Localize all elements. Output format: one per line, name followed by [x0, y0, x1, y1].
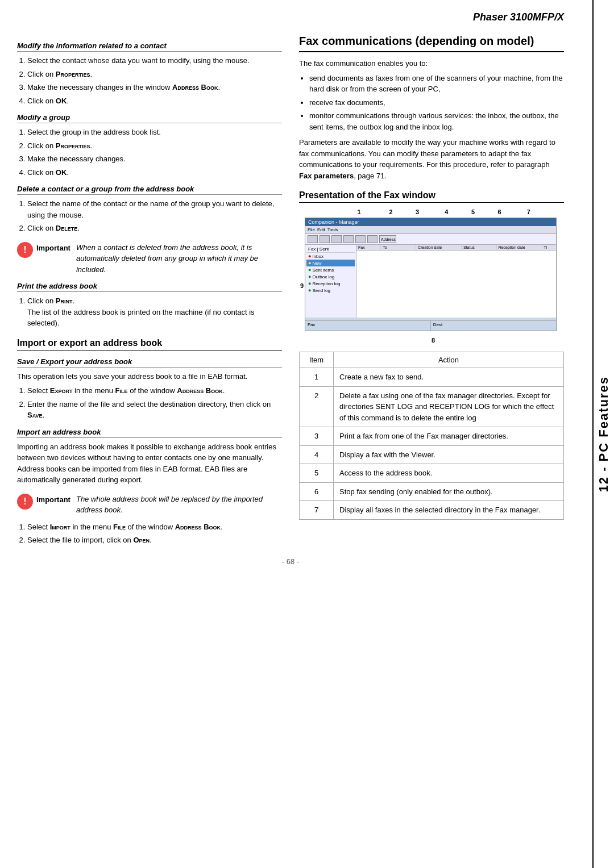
num-6: 6 — [498, 208, 501, 215]
list-item: Click on Properties. — [27, 69, 282, 80]
num-1: 1 — [358, 208, 361, 215]
save-export-steps: Select Export in the menu File of the wi… — [27, 385, 282, 421]
right-column: Fax communications (depending on model) … — [299, 35, 564, 550]
sidebar-new-label: New — [312, 261, 321, 266]
fax-action-table: Item Action 1Create a new fax to send.2D… — [299, 352, 564, 520]
sendlog-icon: ● — [308, 287, 311, 293]
side-tab: 12 - PC Features — [592, 0, 614, 868]
fax-params-text: Parameters are available to modify the w… — [299, 137, 564, 181]
list-item: Click on Delete. — [27, 223, 282, 234]
table-cell-action: Display a fax with the Viewer. — [334, 445, 564, 464]
sidebar-item-reception[interactable]: ● Reception log — [306, 280, 355, 287]
list-item: Select the file to import, click on Open… — [27, 535, 282, 546]
list-item: send documents as faxes from one of the … — [309, 73, 564, 95]
fax-intro: The fax communication enables you to: — [299, 58, 564, 69]
important-box-import: ! Important The whole address book will … — [17, 491, 282, 516]
list-item: Make the necessary changes. — [27, 153, 282, 165]
list-item: Click on OK. — [27, 95, 282, 107]
delete-steps: Select the name of the contact or the na… — [27, 198, 282, 234]
list-item: Click on Print.The list of the address b… — [27, 295, 282, 329]
sidebar-item-inbox[interactable]: ● Inbox — [306, 253, 355, 260]
sidebar-item-new[interactable]: ● New — [306, 260, 355, 266]
fax-bullets: send documents as faxes from one of the … — [309, 73, 564, 133]
sidebar-outbox-label: Outbox log — [312, 274, 334, 279]
important-label: Important — [36, 244, 70, 252]
sent-icon: ● — [308, 267, 311, 273]
fax-column-headers: Fax To Creation date Status Reception da… — [356, 245, 556, 251]
col-fax: Fax — [356, 245, 381, 250]
sidebar-sent-label: Sent items — [312, 268, 334, 273]
col-reception: Reception date — [497, 245, 542, 250]
table-cell-item: 7 — [300, 501, 334, 520]
right-main-title: Fax communications (depending on model) — [299, 35, 564, 52]
page-header: Phaser 3100MFP/X — [17, 11, 564, 26]
num-3: 3 — [416, 208, 419, 215]
fax-toolbar: Address — [305, 234, 556, 245]
table-header-action: Action — [334, 352, 564, 368]
page-title: Phaser 3100MFP/X — [473, 11, 564, 23]
important-label-import: Important — [36, 495, 70, 504]
toolbar-btn-5[interactable] — [355, 235, 366, 243]
sidebar-sendlog-label: Send log — [312, 288, 330, 293]
section-import-export-title: Import or export an address book — [17, 338, 282, 350]
table-cell-action: Display all faxes in the selected direct… — [334, 501, 564, 520]
menu-tools: Tools — [327, 227, 338, 232]
list-item: Select the contact whose data you want t… — [27, 55, 282, 66]
table-cell-item: 4 — [300, 445, 334, 464]
list-item: Select Export in the menu File of the wi… — [27, 385, 282, 397]
sidebar-item-sendlog[interactable]: ● Send log — [306, 287, 355, 294]
section-modify-contact-title: Modify the information related to a cont… — [17, 41, 282, 52]
sidebar-item-outbox[interactable]: ● Outbox log — [306, 273, 355, 280]
toolbar-btn-2[interactable] — [320, 235, 330, 243]
section-save-export-title: Save / Export your address book — [17, 357, 282, 368]
table-row: 2Delete a fax using one of the fax manag… — [300, 386, 564, 427]
important-text-import: The whole address book will be replaced … — [76, 494, 282, 516]
print-steps: Click on Print.The list of the address b… — [27, 295, 282, 329]
important-box-delete: ! Important When a contact is deleted fr… — [17, 240, 282, 276]
sidebar-fax: Fax | Sent — [306, 246, 355, 253]
num-5: 5 — [471, 208, 475, 215]
toolbar-btn-3[interactable] — [331, 235, 342, 243]
page-number: - 68 - — [17, 557, 564, 566]
toolbar-btn-6[interactable] — [367, 235, 377, 243]
toolbar-btn-4[interactable] — [343, 235, 354, 243]
col-ti: Ti — [542, 245, 556, 250]
num-2: 2 — [389, 208, 392, 215]
col-status: Status — [462, 245, 497, 250]
table-cell-action: Delete a fax using one of the fax manage… — [334, 386, 564, 427]
fax-window-container: 1 2 3 4 5 6 7 Companion - Manager File E… — [299, 207, 564, 344]
list-item: Select the name of the contact or the na… — [27, 198, 282, 220]
left-column: Modify the information related to a cont… — [17, 35, 282, 550]
modify-contact-steps: Select the contact whose data you want t… — [27, 55, 282, 106]
list-item: Enter the name of the file and select th… — [27, 399, 282, 421]
save-export-intro: This operation lets you save your addres… — [17, 371, 282, 382]
section-modify-group-title: Modify a group — [17, 113, 282, 123]
table-cell-item: 5 — [300, 464, 334, 483]
table-cell-action: Access to the address book. — [334, 464, 564, 483]
sidebar-reception-label: Reception log — [312, 281, 340, 286]
page: 12 - PC Features Phaser 3100MFP/X Modify… — [0, 0, 614, 868]
fax-menubar: File Edit Tools — [305, 226, 556, 234]
toolbar-address[interactable]: Address — [379, 235, 396, 243]
table-cell-item: 1 — [300, 368, 334, 387]
import-intro: Importing an address book makes it possi… — [17, 441, 282, 486]
section-delete-title: Delete a contact or a group from the add… — [17, 185, 282, 195]
modify-group-steps: Select the group in the address book lis… — [27, 127, 282, 178]
list-item: Select Import in the menu File of the wi… — [27, 521, 282, 533]
col-creation: Creation date — [416, 245, 462, 250]
fax-window-screenshot: Companion - Manager File Edit Tools — [305, 218, 557, 331]
table-cell-item: 3 — [300, 427, 334, 446]
main-content: Phaser 3100MFP/X Modify the information … — [0, 0, 592, 868]
table-row: 1Create a new fax to send. — [300, 368, 564, 387]
fax-tab-label: Fax | Sent — [308, 247, 329, 252]
sidebar-inbox-label: Inbox — [312, 254, 323, 259]
menu-edit: Edit — [317, 227, 325, 232]
toolbar-btn-1[interactable] — [308, 235, 318, 243]
reception-icon: ● — [308, 281, 311, 286]
num-8: 8 — [432, 337, 435, 344]
sidebar-item-sent[interactable]: ● Sent items — [306, 266, 355, 273]
table-cell-item: 6 — [300, 482, 334, 501]
table-cell-action: Create a new fax to send. — [334, 368, 564, 387]
important-text-delete: When a contact is deleted from the addre… — [76, 242, 282, 276]
important-icon: ! — [17, 242, 33, 258]
